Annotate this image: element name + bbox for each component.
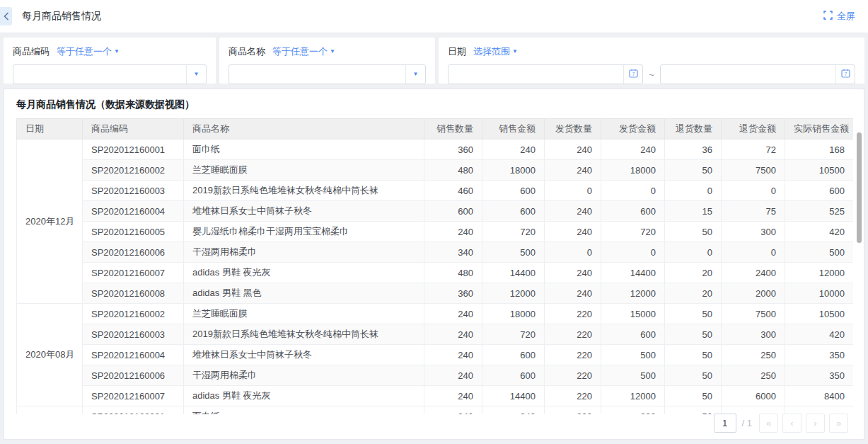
value-cell: 600 xyxy=(482,365,545,386)
table-row: SP202012160004堆堆袜日系女士中筒袜子秋冬2406002205005… xyxy=(17,345,854,365)
column-header: 销售金额 xyxy=(482,119,545,140)
fullscreen-label: 全屏 xyxy=(837,10,855,23)
value-cell: 0 xyxy=(722,242,785,263)
date-start-field: 7 xyxy=(448,64,643,84)
value-cell: 0 xyxy=(722,181,785,201)
value-cell: 0 xyxy=(665,242,722,263)
value-cell: 240 xyxy=(545,263,601,283)
value-cell: 20 xyxy=(665,283,722,304)
column-header: 商品名称 xyxy=(184,119,424,140)
product-name-select[interactable]: ▼ xyxy=(228,64,426,84)
fullscreen-button[interactable]: 全屏 xyxy=(823,0,855,33)
date-start-input[interactable] xyxy=(449,65,623,84)
value-cell: 220 xyxy=(545,345,601,365)
value-cell: 240 xyxy=(424,365,482,386)
table-row: SP202012160006干湿两用棉柔巾3405000000500 xyxy=(17,242,854,263)
vertical-scrollbar-thumb[interactable] xyxy=(857,132,862,243)
product-code-cell: SP202012160006 xyxy=(83,365,184,386)
value-cell: 6000 xyxy=(722,386,785,406)
column-header: 日期 xyxy=(17,119,83,140)
operator-dropdown[interactable]: 选择范围 ▼ xyxy=(473,45,518,58)
table-row: SP2020121600032019新款日系纯色堆堆袜女秋冬纯棉中筒长袜2407… xyxy=(17,324,854,345)
value-cell: 220 xyxy=(545,324,601,345)
value-cell: 240 xyxy=(545,140,601,160)
value-cell: 240 xyxy=(424,324,482,345)
back-button[interactable] xyxy=(0,7,12,25)
value-cell: 240 xyxy=(545,222,601,242)
calendar-button[interactable]: 7 xyxy=(835,65,855,84)
value-cell: 240 xyxy=(545,160,601,181)
value-cell: 240 xyxy=(482,406,545,415)
value-cell: 600 xyxy=(601,201,665,222)
value-cell: 7500 xyxy=(722,304,785,324)
operator-dropdown[interactable]: 等于任意一个 ▼ xyxy=(57,45,120,58)
value-cell: 0 xyxy=(601,181,665,201)
product-code-cell: SP202012160008 xyxy=(83,283,184,304)
value-cell: 600 xyxy=(482,345,545,365)
operator-dropdown[interactable]: 等于任意一个 ▼ xyxy=(272,45,335,58)
product-code-cell: SP202012160001 xyxy=(83,406,184,415)
chevron-left-icon xyxy=(4,12,9,21)
filter-card-product-name: 商品名称 等于任意一个 ▼ ▼ xyxy=(219,38,435,84)
table-row: SP202012160005婴儿湿纸巾棉柔巾干湿两用宝宝棉柔巾240720240… xyxy=(17,222,854,242)
filter-label: 商品编码 xyxy=(13,45,50,58)
value-cell: 250 xyxy=(722,365,785,386)
value-cell: 500 xyxy=(601,365,665,386)
value-cell: 360 xyxy=(424,140,482,160)
value-cell: 350 xyxy=(785,365,854,386)
column-header: 退货金额 xyxy=(722,119,785,140)
value-cell: 420 xyxy=(785,324,854,345)
value-cell: 0 xyxy=(665,181,722,201)
product-code-cell: SP202012160005 xyxy=(83,222,184,242)
value-cell: 18000 xyxy=(482,304,545,324)
filter-label: 日期 xyxy=(448,45,466,58)
next-page-button[interactable]: › xyxy=(806,414,825,433)
value-cell: 15 xyxy=(665,201,722,222)
table-row: SP202012160007adidas 男鞋 夜光灰2401440022012… xyxy=(17,386,854,406)
calendar-button[interactable]: 7 xyxy=(623,65,642,84)
table-title: 每月商品销售情况（数据来源数据视图） xyxy=(4,89,864,118)
table-scroll-area[interactable]: 日期商品编码商品名称销售数量销售金额发货数量发货金额退货数量退货金额实际销售金额… xyxy=(16,118,853,414)
value-cell: 250 xyxy=(722,345,785,365)
pagination: / 1 « ‹ › » xyxy=(714,414,848,433)
value-cell: 220 xyxy=(545,304,601,324)
column-header: 实际销售金额 xyxy=(785,119,854,140)
value-cell: 12000 xyxy=(482,283,545,304)
value-cell: 720 xyxy=(601,222,665,242)
value-cell: 240 xyxy=(424,304,482,324)
value-cell: 240 xyxy=(424,222,482,242)
value-cell: 240 xyxy=(424,386,482,406)
product-code-cell: SP202012160002 xyxy=(83,304,184,324)
product-code-cell: SP202012160002 xyxy=(83,160,184,181)
date-group-cell: 2020年12月 xyxy=(17,140,83,304)
page-total: / 1 xyxy=(742,418,752,428)
date-end-input[interactable] xyxy=(661,65,835,84)
table-row: SP202012160006干湿两用棉柔巾2406002205005025035… xyxy=(17,365,854,386)
value-cell: 525 xyxy=(785,201,854,222)
product-name-cell: adidas 男鞋 夜光灰 xyxy=(184,386,424,406)
product-name-cell: 2019新款日系纯色堆堆袜女秋冬纯棉中筒长袜 xyxy=(184,324,424,345)
product-name-cell: 堆堆袜日系女士中筒袜子秋冬 xyxy=(184,201,424,222)
product-code-cell: SP202012160006 xyxy=(83,242,184,263)
table-body: 2020年12月SP202012160001面巾纸360240240240367… xyxy=(17,140,854,415)
table-row: SP202012160008adidas 男鞋 黑色36012000240120… xyxy=(17,283,854,304)
product-code-cell: SP202012160004 xyxy=(83,345,184,365)
value-cell: 2000 xyxy=(722,283,785,304)
column-header: 发货金额 xyxy=(601,119,665,140)
value-cell: 200 xyxy=(601,406,665,415)
product-name-cell: adidas 男鞋 夜光灰 xyxy=(184,263,424,283)
value-cell: 50 xyxy=(665,406,722,415)
value-cell: 420 xyxy=(785,222,854,242)
first-page-button[interactable]: « xyxy=(759,414,778,433)
last-page-button[interactable]: » xyxy=(829,414,848,433)
caret-down-icon: ▼ xyxy=(194,72,199,77)
table-row: 2020年08月SP202012160002兰芝睡眠面膜240180002201… xyxy=(17,304,854,324)
product-code-cell: SP202012160003 xyxy=(83,324,184,345)
svg-text:7: 7 xyxy=(632,72,635,76)
filter-bar: 商品编码 等于任意一个 ▼ ▼ 商品名称 等于任意一个 ▼ ▼ xyxy=(4,38,864,84)
product-code-select[interactable]: ▼ xyxy=(13,64,207,84)
value-cell: 12000 xyxy=(785,263,854,283)
prev-page-button[interactable]: ‹ xyxy=(782,414,802,433)
date-group-cell xyxy=(17,406,83,415)
page-number-input[interactable] xyxy=(714,414,736,433)
